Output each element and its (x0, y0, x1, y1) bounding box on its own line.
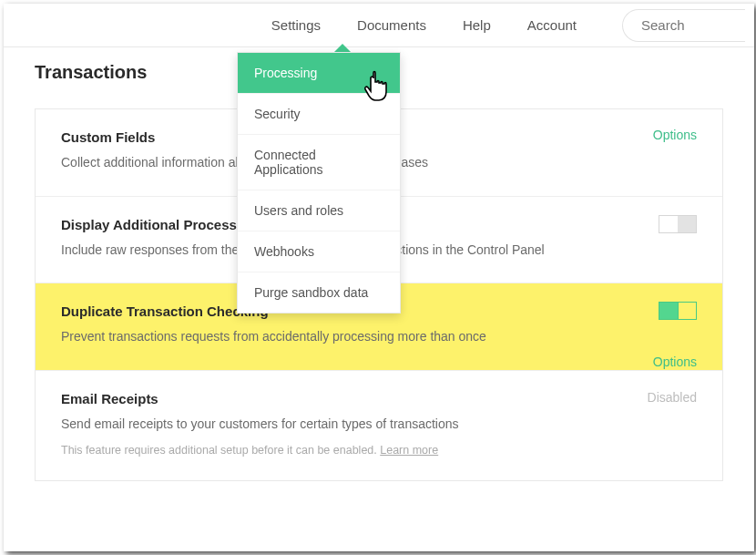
search-field[interactable] (622, 9, 745, 42)
nav-account[interactable]: Account (527, 4, 577, 47)
dropdown-item-webhooks[interactable]: Webhooks (238, 231, 400, 272)
options-link[interactable]: Options (653, 355, 697, 369)
top-nav: Settings Documents Help Account (4, 4, 754, 47)
app-frame: Settings Documents Help Account Processi… (4, 4, 754, 551)
note-text: This feature requires additional setup b… (61, 444, 380, 457)
row-desc: Prevent transactions requests from accid… (61, 328, 553, 346)
learn-more-link[interactable]: Learn more (380, 444, 438, 457)
nav-settings[interactable]: Settings (271, 4, 321, 47)
row-note: This feature requires additional setup b… (61, 444, 697, 457)
nav-documents[interactable]: Documents (357, 4, 426, 47)
nav-help[interactable]: Help (463, 4, 491, 47)
toggle-duplicate-checking[interactable] (659, 302, 697, 320)
options-link[interactable]: Options (653, 128, 697, 142)
dropdown-item-purge-sandbox[interactable]: Purge sandbox data (238, 272, 400, 313)
row-title: Email Receipts (61, 391, 697, 406)
disabled-label: Disabled (648, 390, 697, 405)
nav-caret-icon (334, 44, 351, 52)
search-input[interactable] (641, 17, 745, 33)
toggle-processor-responses[interactable] (659, 215, 697, 233)
pointer-cursor-icon (363, 69, 393, 109)
row-email-receipts: Email Receipts Send email receipts to yo… (36, 371, 722, 481)
row-desc: Send email receipts to your customers fo… (61, 416, 553, 434)
dropdown-item-connected-applications[interactable]: Connected Applications (238, 135, 400, 190)
dropdown-item-users-and-roles[interactable]: Users and roles (238, 190, 400, 231)
